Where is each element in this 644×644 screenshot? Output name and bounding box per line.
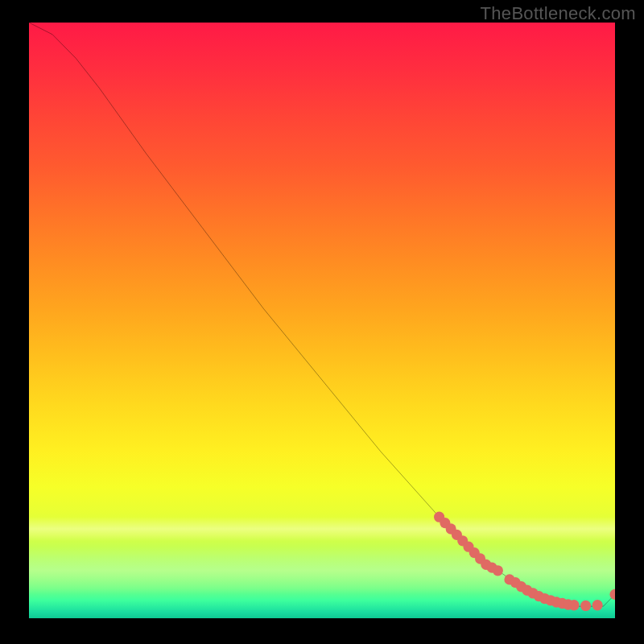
curve-bottleneck-curve — [29, 23, 615, 606]
marker-point — [592, 600, 603, 610]
marker-point — [609, 589, 615, 600]
marker-point — [580, 601, 591, 611]
watermark-text: TheBottleneck.com — [481, 3, 636, 24]
chart-frame: TheBottleneck.com — [0, 0, 644, 644]
marker-point — [568, 600, 579, 610]
marker-point — [493, 565, 503, 576]
chart-svg — [29, 23, 615, 618]
